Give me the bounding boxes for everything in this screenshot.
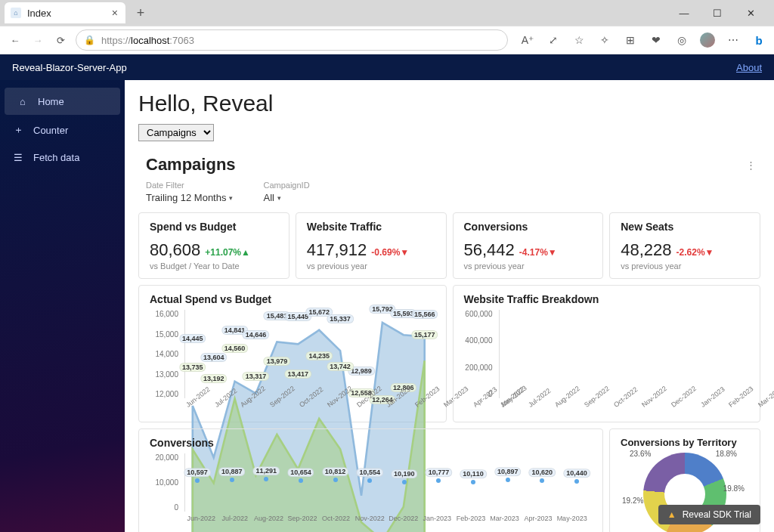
maximize-button[interactable]: ☐ xyxy=(707,3,727,23)
favorite-icon[interactable]: ☆ xyxy=(571,32,587,48)
minimize-button[interactable]: — xyxy=(674,3,694,23)
kpi-card: Conversions 56,442 -4.17%▼ vs previous y… xyxy=(453,212,604,279)
chevron-down-icon: ▾ xyxy=(229,194,233,202)
date-filter-label: Date Filter xyxy=(146,181,233,190)
sidebar-item-counter[interactable]: ＋ Counter xyxy=(0,116,125,144)
dashboard-menu-icon[interactable]: ⋮ xyxy=(743,156,760,174)
more-menu-icon[interactable]: ⋯ xyxy=(726,32,741,48)
profile-avatar[interactable] xyxy=(700,32,715,48)
browser-chrome: ⌂ Index × + — ☐ ✕ ← → ⟳ 🔒 https://localh… xyxy=(0,0,774,54)
collections-icon[interactable]: ⊞ xyxy=(623,32,638,48)
back-button[interactable]: ← xyxy=(8,32,23,48)
plus-icon: ＋ xyxy=(12,124,24,136)
page-greeting: Hello, Reveal xyxy=(138,91,760,116)
dashboard-title: Campaigns xyxy=(146,155,236,175)
extension-icon-1[interactable]: ✧ xyxy=(597,32,612,48)
sidebar-item-label: Home xyxy=(38,96,64,107)
chevron-down-icon: ▾ xyxy=(277,194,281,202)
new-tab-button[interactable]: + xyxy=(130,2,151,23)
content: Hello, Reveal Campaigns Campaigns ⋮ Date… xyxy=(125,80,774,532)
read-aloud-icon[interactable]: A⁺ xyxy=(520,32,535,48)
tab-strip: ⌂ Index × + — ☐ ✕ xyxy=(0,0,774,26)
sidebar-item-fetch-data[interactable]: ☰ Fetch data xyxy=(0,144,125,171)
warning-icon: ▲ xyxy=(667,509,676,520)
close-window-button[interactable]: ✕ xyxy=(741,3,760,23)
list-icon: ☰ xyxy=(12,151,24,163)
chart-website-traffic-breakdown: Website Traffic Breakdown 600,000400,000… xyxy=(453,285,761,422)
home-icon: ⌂ xyxy=(17,95,29,107)
campaign-filter-label: CampaignID xyxy=(263,181,309,190)
bing-chat-icon[interactable]: b xyxy=(751,32,766,48)
extension-icon-2[interactable]: ❤ xyxy=(649,32,664,48)
about-link[interactable]: About xyxy=(736,62,762,73)
chart-conversions: Conversions 20,00010,000010,59710,88711,… xyxy=(138,428,603,532)
forward-button: → xyxy=(30,32,45,48)
sidebar-item-home[interactable]: ⌂ Home xyxy=(5,88,120,115)
app-title: Reveal-Blazor-Server-App xyxy=(12,62,127,73)
zoom-icon[interactable]: ⤢ xyxy=(546,32,561,48)
sidebar-item-label: Counter xyxy=(33,125,68,136)
sidebar-item-label: Fetch data xyxy=(33,152,79,163)
browser-tab[interactable]: ⌂ Index × xyxy=(5,2,125,23)
kpi-card: New Seats 48,228 -2.62%▼ vs previous yea… xyxy=(609,212,760,279)
date-filter[interactable]: Date Filter Trailing 12 Months▾ xyxy=(146,181,233,203)
close-tab-icon[interactable]: × xyxy=(112,7,118,19)
refresh-button[interactable]: ⟳ xyxy=(53,32,68,48)
dashboard-select[interactable]: Campaigns xyxy=(138,124,214,141)
url-box[interactable]: 🔒 https://localhost:7063 xyxy=(76,29,508,51)
kpi-row: Spend vs Budget 80,608 +11.07%▲ vs Budge… xyxy=(138,212,760,279)
campaign-filter[interactable]: CampaignID All▾ xyxy=(263,181,309,203)
address-bar: ← → ⟳ 🔒 https://localhost:7063 A⁺ ⤢ ☆ ✧ … xyxy=(0,26,774,54)
sidebar: ⌂ Home ＋ Counter ☰ Fetch data xyxy=(0,80,125,532)
chart-actual-spend-vs-budget: Actual Spend vs Budget 16,00015,00014,00… xyxy=(138,285,447,422)
tab-favicon: ⌂ xyxy=(11,8,21,18)
extension-icon-3[interactable]: ◎ xyxy=(674,32,689,48)
url-text: https://localhost:7063 xyxy=(101,35,194,46)
kpi-card: Website Traffic 417,912 -0.69%▼ vs previ… xyxy=(296,212,447,279)
site-info-icon[interactable]: 🔒 xyxy=(84,35,95,45)
trial-badge: ▲ Reveal SDK Trial xyxy=(658,505,760,524)
window-controls: — ☐ ✕ xyxy=(674,3,769,23)
tab-title: Index xyxy=(27,8,51,19)
kpi-card: Spend vs Budget 80,608 +11.07%▲ vs Budge… xyxy=(138,212,289,279)
app-header: Reveal-Blazor-Server-App About xyxy=(0,54,774,80)
